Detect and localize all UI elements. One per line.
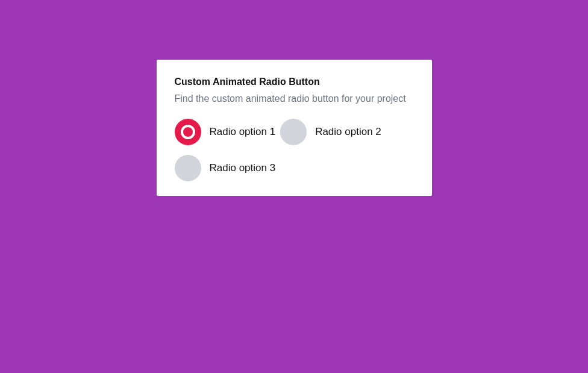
radio-label: Radio option 1 <box>210 126 276 138</box>
radio-circle-icon <box>175 119 201 145</box>
radio-circle-icon <box>280 119 307 145</box>
card-subtitle: Find the custom animated radio button fo… <box>175 93 414 104</box>
radio-label: Radio option 3 <box>210 162 276 174</box>
card-title: Custom Animated Radio Button <box>175 77 414 87</box>
radio-option-2[interactable]: Radio option 2 <box>280 119 381 145</box>
radio-card: Custom Animated Radio Button Find the cu… <box>157 60 432 196</box>
radio-label: Radio option 2 <box>315 126 381 138</box>
radio-option-3[interactable]: Radio option 3 <box>175 155 276 181</box>
radio-inner-ring-icon <box>181 125 195 139</box>
radio-group: Radio option 1 Radio option 2 Radio opti… <box>175 119 414 181</box>
radio-option-1[interactable]: Radio option 1 <box>175 119 276 145</box>
radio-circle-icon <box>175 155 201 181</box>
